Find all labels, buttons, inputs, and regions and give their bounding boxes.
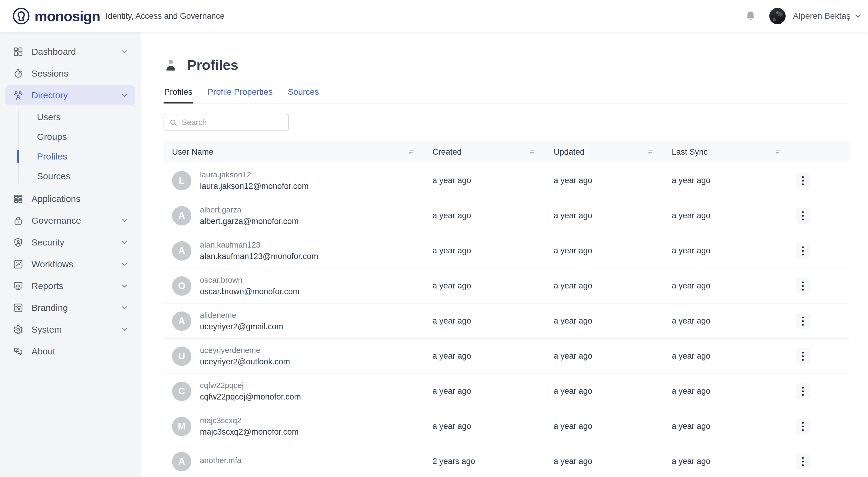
actions-cell [787, 453, 850, 470]
search-input[interactable] [182, 118, 283, 127]
sidebar-subitem-sources[interactable]: Sources [0, 166, 141, 186]
sidebar-item-dashboard[interactable]: Dashboard [5, 42, 135, 62]
column-header-user-name[interactable]: User Name [163, 147, 421, 157]
column-label: Created [433, 147, 462, 157]
sidebar-item-label: Sessions [31, 68, 68, 79]
chart-monitor-icon [13, 280, 24, 292]
row-menu-kebab-button[interactable] [796, 453, 810, 470]
notifications-bell-icon[interactable] [744, 10, 756, 22]
email: cqfw22pqcej@monofor.com [200, 392, 301, 402]
sidebar-item-directory[interactable]: Directory [5, 86, 135, 105]
user-menu-name[interactable]: Alperen Bektaş [793, 11, 850, 21]
sort-icon[interactable] [529, 148, 538, 157]
table-row[interactable]: Mmajc3scxq2majc3scxq2@monofor.coma year … [163, 409, 850, 444]
last-sync-cell: a year ago [660, 351, 787, 361]
sort-icon[interactable] [774, 148, 783, 157]
table-row[interactable]: Aanother.mfa2 years agoa year agoa year … [163, 444, 850, 477]
name-stack: alidenemeuceyriyer2@gmail.com [200, 310, 283, 332]
top-header: monosign Identity, Access and Governance… [0, 0, 868, 32]
chevron-down-icon [120, 326, 129, 334]
sidebar-subitem-groups[interactable]: Groups [0, 127, 141, 146]
users-group-icon [13, 90, 24, 101]
sidebar: DashboardSessionsDirectoryUsersGroupsPro… [0, 32, 141, 477]
column-header-last-sync[interactable]: Last Sync [660, 147, 787, 157]
sliders-icon [13, 302, 24, 313]
sidebar-item-label: Reports [31, 281, 63, 291]
sidebar-item-applications[interactable]: Applications [5, 189, 135, 209]
created-cell: a year ago [421, 246, 542, 255]
sidebar-item-sessions[interactable]: Sessions [5, 64, 135, 83]
sidebar-submenu-directory: UsersGroupsProfilesSources [0, 107, 141, 186]
sidebar-subitem-profiles[interactable]: Profiles [0, 146, 141, 166]
sidebar-item-about[interactable]: About [5, 341, 135, 362]
actions-cell [787, 278, 850, 294]
brand: monosign Identity, Access and Governance [12, 7, 224, 25]
row-menu-kebab-button[interactable] [796, 348, 810, 364]
actions-cell [787, 418, 850, 434]
table-row[interactable]: Aalan.kaufman123alan.kaufman123@monofor.… [163, 233, 850, 269]
created-cell: a year ago [421, 211, 542, 220]
row-menu-kebab-button[interactable] [796, 278, 810, 294]
sidebar-item-label: Branding [31, 303, 68, 313]
apps-grid-icon [13, 194, 24, 204]
row-menu-kebab-button[interactable] [796, 172, 810, 189]
chevron-down-icon[interactable] [854, 11, 863, 21]
table-row[interactable]: Ccqfw22pqcejcqfw22pqcej@monofor.coma yea… [163, 374, 850, 409]
sidebar-subitem-users[interactable]: Users [0, 107, 141, 127]
sort-icon[interactable] [408, 148, 417, 157]
tab-profile-properties[interactable]: Profile Properties [207, 87, 273, 103]
row-menu-kebab-button[interactable] [796, 418, 810, 434]
table-row[interactable]: Llaura.jakson12laura.jakson12@monofor.co… [163, 163, 850, 198]
sidebar-item-reports[interactable]: Reports [5, 276, 135, 296]
user-name-cell: Ooscar.brownoscar.brown@monofor.com [163, 275, 421, 296]
user-name-cell: Uuceyriyerdenemeuceyriyer2@outlook.com [163, 346, 421, 367]
created-cell: a year ago [421, 386, 542, 396]
column-label: User Name [172, 147, 214, 157]
tab-profiles[interactable]: Profiles [163, 87, 193, 103]
last-sync-cell: a year ago [660, 281, 787, 291]
sort-icon[interactable] [647, 148, 656, 157]
sidebar-item-governance[interactable]: Governance [5, 211, 135, 231]
email: albert.garza@monofor.com [200, 217, 299, 226]
table-row[interactable]: Uuceyriyerdenemeuceyriyer2@outlook.coma … [163, 339, 850, 374]
table-row[interactable]: Ooscar.brownoscar.brown@monofor.coma yea… [163, 269, 850, 304]
row-menu-kebab-button[interactable] [796, 208, 810, 224]
user-name-cell: Aanother.mfa [163, 452, 421, 471]
column-header-created[interactable]: Created [421, 147, 542, 157]
email: majc3scxq2@monofor.com [200, 428, 299, 437]
last-sync-cell: a year ago [660, 421, 787, 431]
stopwatch-icon [13, 68, 24, 79]
email: uceyriyer2@gmail.com [200, 322, 283, 332]
sidebar-item-security[interactable]: Security [5, 233, 135, 252]
created-cell: 2 years ago [421, 457, 542, 466]
row-menu-kebab-button[interactable] [796, 313, 810, 329]
row-menu-kebab-button[interactable] [796, 383, 810, 399]
sidebar-item-workflows[interactable]: Workflows [5, 254, 135, 274]
page-title: Profiles [187, 57, 238, 73]
user-avatar[interactable] [769, 8, 786, 24]
column-label: Last Sync [672, 147, 708, 157]
user-name-cell: Aalidenemeuceyriyer2@gmail.com [163, 310, 421, 332]
chevron-down-icon [120, 304, 129, 312]
username: alideneme [200, 310, 283, 320]
actions-cell [787, 383, 850, 399]
updated-cell: a year ago [542, 211, 660, 220]
actions-cell [787, 172, 850, 189]
updated-cell: a year ago [542, 351, 660, 361]
user-name-cell: Aalbert.garzaalbert.garza@monofor.com [163, 205, 421, 226]
column-header-updated[interactable]: Updated [542, 147, 660, 157]
updated-cell: a year ago [542, 421, 660, 431]
table-row[interactable]: Aalbert.garzaalbert.garza@monofor.coma y… [163, 198, 850, 233]
last-sync-cell: a year ago [660, 386, 787, 396]
row-menu-kebab-button[interactable] [796, 243, 810, 259]
avatar: O [172, 276, 191, 296]
sidebar-item-branding[interactable]: Branding [5, 298, 135, 318]
tab-sources[interactable]: Sources [287, 87, 319, 103]
sidebar-item-label: Security [31, 237, 64, 247]
chevron-down-icon [120, 216, 129, 225]
username: cqfw22pqcej [200, 381, 301, 390]
sidebar-item-system[interactable]: System [5, 319, 135, 340]
table-row[interactable]: Aalidenemeuceyriyer2@gmail.coma year ago… [163, 304, 850, 339]
sidebar-item-label: Workflows [31, 259, 73, 269]
email: oscar.brown@monofor.com [200, 287, 300, 296]
